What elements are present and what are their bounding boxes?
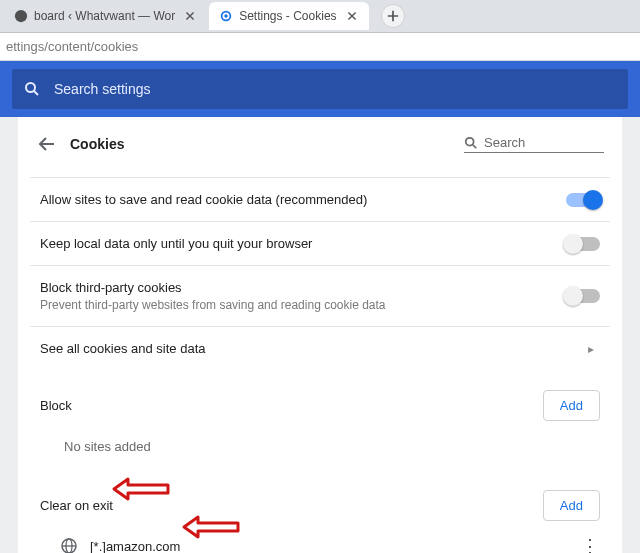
block-empty-text: No sites added xyxy=(30,429,610,470)
search-settings-field[interactable]: Search settings xyxy=(12,69,628,109)
page-search-field[interactable]: Search xyxy=(464,135,604,153)
cookies-card: Cookies Search Allow sites to save and r… xyxy=(18,117,622,553)
row-label: Keep local data only until you quit your… xyxy=(40,236,566,251)
row-see-all-cookies[interactable]: See all cookies and site data ▸ xyxy=(30,326,610,370)
search-icon xyxy=(24,81,40,97)
svg-point-2 xyxy=(224,14,228,18)
row-label: See all cookies and site data xyxy=(40,341,588,356)
section-block: Block Add xyxy=(30,370,610,429)
row-allow-cookies: Allow sites to save and read cookie data… xyxy=(30,177,610,221)
toggle-keep-local[interactable] xyxy=(566,237,600,251)
wordpress-favicon xyxy=(14,9,28,23)
address-path: ettings/content/cookies xyxy=(6,39,138,54)
globe-icon xyxy=(60,537,78,553)
row-keep-local: Keep local data only until you quit your… xyxy=(30,221,610,265)
gear-icon xyxy=(219,9,233,23)
search-icon xyxy=(464,136,478,150)
section-label: Clear on exit xyxy=(40,498,543,513)
card-header: Cookies Search xyxy=(30,117,610,177)
page-title: Cookies xyxy=(70,136,464,152)
search-settings-placeholder: Search settings xyxy=(54,81,151,97)
chevron-right-icon: ▸ xyxy=(588,342,600,356)
tab-title: board ‹ Whatvwant — Wor xyxy=(34,9,175,23)
section-clear-on-exit: Clear on exit Add xyxy=(30,470,610,529)
svg-point-0 xyxy=(15,10,27,22)
site-entry-amazon: [*.]amazon.com ⋮ xyxy=(30,529,610,553)
site-pattern: [*.]amazon.com xyxy=(90,539,580,554)
close-icon[interactable] xyxy=(183,9,197,23)
tab-active-settings[interactable]: Settings - Cookies xyxy=(209,2,368,30)
svg-line-6 xyxy=(473,145,477,149)
row-label: Block third-party cookies xyxy=(40,280,566,295)
add-clear-button[interactable]: Add xyxy=(543,490,600,521)
settings-header: Search settings xyxy=(0,61,640,117)
add-block-button[interactable]: Add xyxy=(543,390,600,421)
more-options-icon[interactable]: ⋮ xyxy=(580,540,600,552)
toggle-block-third-party[interactable] xyxy=(566,289,600,303)
content-area: Cookies Search Allow sites to save and r… xyxy=(0,117,640,553)
row-label: Allow sites to save and read cookie data… xyxy=(40,192,566,207)
row-block-third-party: Block third-party cookies Prevent third-… xyxy=(30,265,610,326)
section-label: Block xyxy=(40,398,543,413)
back-arrow-icon[interactable] xyxy=(36,133,58,155)
svg-point-3 xyxy=(26,83,35,92)
close-icon[interactable] xyxy=(345,9,359,23)
svg-point-5 xyxy=(466,138,474,146)
page-search-placeholder: Search xyxy=(484,135,525,150)
svg-line-4 xyxy=(34,91,38,95)
tab-title: Settings - Cookies xyxy=(239,9,336,23)
address-bar[interactable]: ettings/content/cookies xyxy=(0,33,640,61)
toggle-allow-cookies[interactable] xyxy=(566,193,600,207)
browser-tabstrip: board ‹ Whatvwant — Wor Settings - Cooki… xyxy=(0,0,640,33)
row-sublabel: Prevent third-party websites from saving… xyxy=(40,298,566,312)
tab-inactive[interactable]: board ‹ Whatvwant — Wor xyxy=(4,2,207,30)
new-tab-button[interactable] xyxy=(381,4,405,28)
